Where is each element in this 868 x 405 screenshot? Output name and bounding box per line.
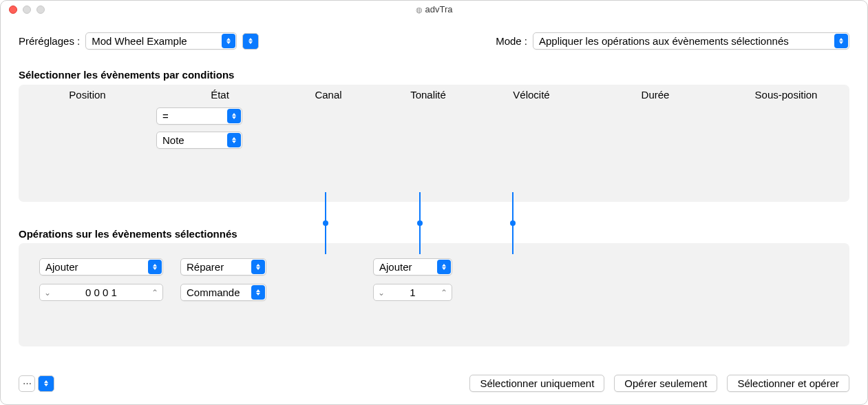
col-header-canal: Canal <box>284 89 373 101</box>
minimize-window-button[interactable] <box>23 6 31 14</box>
extra-dropdown-button[interactable] <box>38 375 54 392</box>
increment-icon[interactable]: ⌃ <box>436 284 452 300</box>
presets-label: Préréglages : <box>19 35 80 47</box>
operate-only-button[interactable]: Opérer seulement <box>614 375 717 392</box>
col-header-velocite: Vélocité <box>483 89 580 101</box>
op-col2-select[interactable]: Réparer <box>180 258 266 276</box>
app-icon: ◍ <box>416 6 423 14</box>
operations-panel: Ajouter Réparer Ajouter <box>19 243 849 346</box>
col-header-sousposition: Sous-position <box>731 89 841 101</box>
decrement-icon[interactable]: ⌄ <box>374 284 389 300</box>
mode-label: Mode : <box>496 35 527 47</box>
presets-select[interactable]: Mod Wheel Example <box>85 32 237 50</box>
col-header-duree: Durée <box>580 89 731 101</box>
col-header-tonalite: Tonalité <box>373 89 483 101</box>
presets-menu-button[interactable] <box>242 33 259 50</box>
operations-section-title: Opérations sur les évènements sélectionn… <box>19 202 849 240</box>
op-col3-select[interactable]: Ajouter <box>373 258 452 276</box>
condition-value-select[interactable]: Note <box>156 132 242 149</box>
select-and-operate-button[interactable]: Sélectionner et opérer <box>727 375 849 392</box>
increment-icon[interactable]: ⌃ <box>147 284 162 300</box>
conditions-section-title: Sélectionner les évènements par conditio… <box>19 69 849 81</box>
op-col3-number[interactable]: ⌄ 1 ⌃ <box>373 284 452 301</box>
zoom-window-button[interactable] <box>36 6 45 14</box>
mode-select[interactable]: Appliquer les opérations aux évènements … <box>533 32 849 50</box>
op-col1-number[interactable]: ⌄ 0 0 0 1 ⌃ <box>39 284 163 301</box>
decrement-icon[interactable]: ⌄ <box>40 284 55 300</box>
op-col2-select-2[interactable]: Commande <box>180 284 266 301</box>
extra-menu-button[interactable]: ⋯ <box>19 375 35 392</box>
condition-operator-select[interactable]: = <box>156 107 242 125</box>
window-title: ◍advTra <box>1 4 867 14</box>
col-header-position: Position <box>19 89 156 101</box>
op-col1-select[interactable]: Ajouter <box>39 258 163 276</box>
col-header-etat: État <box>156 89 284 101</box>
select-only-button[interactable]: Sélectionner uniquement <box>469 375 604 392</box>
conditions-panel: Position État Canal Tonalité Vélocité Du… <box>19 85 849 202</box>
close-window-button[interactable] <box>9 6 17 14</box>
